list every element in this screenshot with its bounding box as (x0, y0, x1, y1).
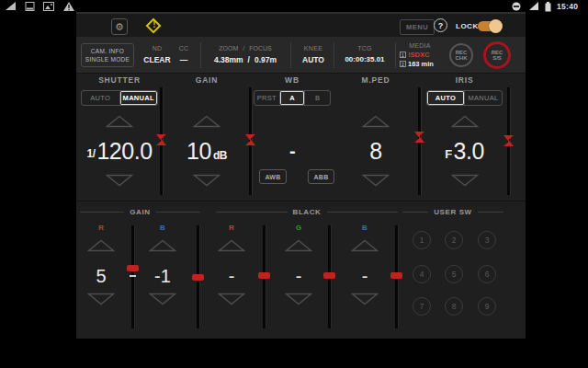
warning-triangle-icon (63, 2, 74, 11)
shutter-manual-button[interactable]: MANUAL (119, 91, 158, 105)
rec-start-stop-button[interactable]: REC S/S (483, 41, 511, 69)
user-sw-8[interactable]: 8 (445, 297, 463, 316)
gain-b-up-button[interactable] (149, 239, 176, 252)
label-sep: / (243, 45, 244, 52)
gain-up-button[interactable] (193, 115, 220, 128)
user-sw-4[interactable]: 4 (413, 265, 431, 283)
cc-label: CC (171, 45, 197, 52)
user-sw-6[interactable]: 6 (478, 265, 496, 283)
iris-prefix: F (445, 147, 451, 161)
iris-manual-button[interactable]: MANUAL (464, 91, 502, 105)
slider-marker (503, 135, 514, 146)
shutter-up-button[interactable] (106, 115, 133, 128)
shutter-column: SHUTTER AUTO MANUAL 1/ 120.0 (80, 74, 159, 201)
android-nav-bar (0, 339, 588, 368)
gain-r-up-button[interactable] (87, 239, 115, 252)
black-b-value: - (342, 260, 388, 292)
user-sw-5[interactable]: 5 (445, 265, 463, 283)
slot2-number: 2 (400, 61, 406, 67)
slider-marker (127, 265, 139, 271)
user-sw-7[interactable]: 7 (413, 297, 431, 316)
user-sw-9[interactable]: 9 (478, 297, 496, 316)
black-b-up-button[interactable] (351, 239, 379, 252)
gain-b-down-button[interactable] (149, 293, 176, 305)
divider (402, 212, 428, 213)
gain-value: 10 dB (167, 132, 246, 169)
black-g-column: G - (276, 201, 322, 339)
mped-down-button[interactable] (362, 174, 390, 187)
center-tick (130, 275, 136, 277)
main-controls: SHUTTER AUTO MANUAL 1/ 120.0 GAIN 10 (76, 74, 526, 201)
cam-info-line1: CAM. INFO (91, 48, 124, 54)
settings-button[interactable]: ⚙ (111, 18, 128, 35)
black-b-slider[interactable] (395, 225, 398, 328)
user-sw-1[interactable]: 1 (413, 231, 431, 249)
black-g-down-button[interactable] (285, 293, 312, 305)
wb-value: - (253, 132, 332, 169)
iris-slider[interactable] (507, 87, 510, 195)
wb-mode-switch: PRST A B (254, 90, 331, 106)
nd-value: CLEAR (141, 55, 174, 64)
slider-marker (390, 272, 402, 279)
black-r-down-button[interactable] (218, 293, 245, 305)
iris-down-button[interactable] (451, 174, 479, 187)
gain-column: GAIN 10 dB (167, 74, 246, 201)
cam-info-mode-button[interactable]: CAM. INFO SINGLE MODE (81, 43, 134, 67)
black-g-up-button[interactable] (285, 239, 312, 252)
shutter-title: SHUTTER (80, 75, 159, 85)
black-r-up-button[interactable] (218, 239, 245, 252)
gear-icon: ⚙ (115, 22, 124, 32)
black-b-column: B - (342, 201, 388, 339)
mped-slider[interactable] (418, 87, 421, 195)
wifi-icon (528, 2, 539, 11)
slot1-number: 1 (400, 52, 406, 58)
wb-a-button[interactable]: A (279, 91, 305, 105)
mped-up-button[interactable] (362, 115, 390, 128)
toggle-knob (489, 19, 503, 33)
user-sw-3[interactable]: 3 (478, 231, 496, 249)
rec-check-button[interactable]: REC CHK (449, 43, 473, 67)
gain-b-label: B (140, 224, 186, 232)
gain-slider[interactable] (249, 87, 252, 195)
black-g-slider[interactable] (328, 225, 331, 328)
menu-button[interactable]: MENU (400, 19, 435, 35)
awb-button[interactable]: AWB (259, 169, 287, 184)
black-b-down-button[interactable] (351, 293, 379, 305)
warning-indicator[interactable]: ! (144, 17, 164, 37)
gain-down-button[interactable] (193, 174, 220, 187)
gain-b-slider[interactable] (197, 225, 199, 328)
shutter-down-button[interactable] (106, 174, 133, 187)
nd-label: ND (144, 45, 170, 52)
focus-label: FOCUS (249, 45, 272, 52)
gain-r-slider[interactable] (131, 225, 134, 328)
focus-value: 0.97m (254, 55, 277, 64)
gain-r-down-button[interactable] (87, 293, 115, 305)
tcg-value: 00:00:35.01 (337, 55, 392, 63)
shutter-auto-button[interactable]: AUTO (82, 91, 119, 105)
iris-auto-button[interactable]: AUTO (427, 91, 464, 105)
lock-toggle[interactable] (478, 21, 501, 31)
gain-b-value: -1 (140, 260, 186, 292)
wb-preset-button[interactable]: PRST (254, 91, 279, 105)
rec-chk-line2: CHK (456, 55, 468, 62)
slider-marker (192, 274, 204, 281)
mute-icon (512, 2, 521, 11)
shutter-value: 1/ 120.0 (80, 132, 159, 169)
status-bar: 15:40 (0, 0, 588, 13)
gain-number: 10 (187, 138, 211, 165)
shutter-slider[interactable] (160, 87, 163, 195)
black-r-slider[interactable] (263, 225, 266, 328)
zoom-label: ZOOM (219, 45, 238, 52)
app-header: ⚙ ! MENU ? LOCK (76, 12, 526, 37)
gain-unit: dB (213, 149, 227, 162)
iris-up-button[interactable] (451, 115, 479, 128)
abb-button[interactable]: ABB (308, 169, 334, 184)
user-sw-title: USER SW (434, 208, 472, 216)
iris-value: F 3.0 (425, 132, 503, 169)
wb-b-button[interactable]: B (304, 91, 330, 105)
wb-title: WB (253, 75, 332, 85)
user-sw-2[interactable]: 2 (445, 231, 463, 249)
zoom-focus-values: 4.38mm / 0.97m (205, 55, 286, 64)
help-button[interactable]: ? (434, 18, 447, 32)
slot1-status: !SDXC (408, 51, 429, 59)
